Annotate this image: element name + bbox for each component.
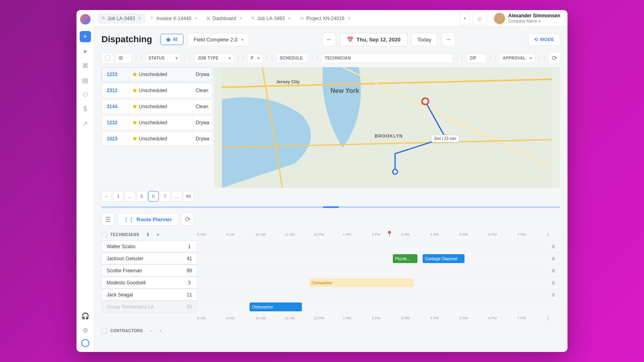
- people-icon[interactable]: ⚇: [80, 89, 91, 100]
- app-window: + ➤ ⌘ ▤ ⚇ $ ↗ 🎧 ⚙ ✎Job LA-3483×⚐Invoice …: [76, 10, 568, 352]
- technician-row[interactable]: Modesto Goodsell3Dishwasher0: [101, 276, 560, 288]
- technician-row[interactable]: Walter Szabo10: [101, 240, 560, 252]
- user-menu[interactable]: Alexander Simmonsen Company Name ▾: [490, 13, 564, 24]
- date-prev-button[interactable]: ←: [322, 33, 336, 46]
- date-next-button[interactable]: →: [442, 33, 455, 46]
- tab-icon: ⊞: [206, 16, 210, 21]
- split-handle[interactable]: [101, 206, 560, 208]
- schedule-event[interactable]: Garbage Disposal: [423, 254, 464, 263]
- schedule-event[interactable]: Plumb...: [393, 254, 417, 263]
- tab-1[interactable]: ⚐Invoice X-14440×: [146, 13, 202, 24]
- time-slot: 2 PM: [372, 316, 401, 320]
- topbar: ✎Job LA-3483×⚐Invoice X-14440×⊞Dashboard…: [94, 10, 568, 27]
- mode-button[interactable]: ⟲ MODE: [528, 33, 561, 46]
- job-type: Clean: [192, 88, 212, 93]
- tab-4[interactable]: ▭Project XN-24016×: [296, 13, 355, 24]
- tabs-more-button[interactable]: ▾: [460, 12, 470, 25]
- col-handle[interactable]: ⋮⋮: [537, 55, 547, 61]
- page-button[interactable]: 1: [113, 191, 124, 202]
- col-handle[interactable]: ⋮⋮: [134, 55, 143, 61]
- job-type: Drywa: [192, 72, 212, 77]
- page-button[interactable]: 7: [160, 191, 170, 202]
- col-handle[interactable]: ⋮⋮: [488, 55, 497, 61]
- row-end-count: [547, 301, 560, 313]
- sync-icon[interactable]: [81, 339, 89, 347]
- headset-icon[interactable]: 🎧: [80, 310, 91, 321]
- track[interactable]: Plumb...Garbage Disposal: [197, 253, 547, 264]
- filter-priority[interactable]: P▾: [247, 53, 263, 63]
- col-handle[interactable]: ⋮⋮: [455, 55, 464, 61]
- tab-0[interactable]: ✎Job LA-3483×: [97, 13, 145, 24]
- today-button[interactable]: Today: [411, 33, 438, 46]
- content-split: 1233UnscheduledDrywa2312UnscheduledClean…: [94, 66, 568, 188]
- track[interactable]: [197, 265, 547, 276]
- route-planner-button[interactable]: ⋮⋮ Route Planner: [118, 213, 178, 226]
- send-icon[interactable]: ➤: [80, 45, 91, 57]
- map-pane[interactable]: New York Jersey City BROOKLYN 5mi | 23 m…: [214, 67, 560, 188]
- job-row[interactable]: 1023UnscheduledDrywa: [101, 132, 212, 146]
- schedule-event[interactable]: Dishwasher: [309, 278, 414, 287]
- schedule-event[interactable]: Dishwasher: [250, 302, 302, 311]
- tab-close-button[interactable]: ×: [194, 15, 198, 21]
- clipboard-icon[interactable]: ▤: [80, 74, 91, 86]
- job-row[interactable]: 1232UnscheduledDrywa: [101, 115, 212, 130]
- job-status: Unscheduled: [129, 84, 192, 97]
- date-picker[interactable]: 📅 Thu, Sep 12, 2020: [340, 33, 407, 46]
- ai-button[interactable]: ◉ AI: [160, 34, 184, 45]
- planner-refresh-button[interactable]: ⟳: [181, 213, 194, 226]
- col-handle[interactable]: ⋮⋮: [265, 55, 275, 61]
- tab-close-button[interactable]: ×: [348, 15, 351, 21]
- page-button[interactable]: 5: [136, 191, 147, 202]
- technician-row[interactable]: Scottie Freeman990: [101, 264, 560, 276]
- view-select[interactable]: Field Complete 2.0▾: [188, 33, 250, 46]
- link-icon[interactable]: ⌘: [80, 60, 91, 71]
- reload-button[interactable]: ⟳: [548, 52, 560, 64]
- chart-icon[interactable]: ↗: [80, 118, 91, 129]
- track[interactable]: [197, 289, 547, 300]
- contractors-header[interactable]: CONTRACTORS - ›: [94, 324, 568, 337]
- technicians-header[interactable]: TECHNICIANS 5 ▾: [101, 232, 197, 237]
- filter-id[interactable]: ID: [115, 53, 132, 63]
- tab-close-button[interactable]: ×: [288, 15, 291, 21]
- job-row[interactable]: 3144UnscheduledClean: [101, 99, 212, 114]
- filter-status[interactable]: STATUS▾: [145, 53, 181, 63]
- list-view-button[interactable]: ☰: [101, 213, 114, 226]
- time-slot: 10 AM: [256, 316, 285, 320]
- select-all-checkbox[interactable]: [101, 52, 114, 64]
- tab-2[interactable]: ⊞Dashboard×: [202, 13, 246, 24]
- now-line: [389, 232, 390, 237]
- settings-icon[interactable]: ⚙: [80, 325, 91, 336]
- user-name: Alexander Simmonsen: [508, 13, 560, 19]
- tab-close-button[interactable]: ×: [239, 15, 243, 21]
- add-button[interactable]: +: [80, 31, 91, 42]
- dollar-icon[interactable]: $: [80, 103, 91, 115]
- filter-technician[interactable]: TECHNICIAN: [321, 53, 453, 63]
- row-end-count: 0: [547, 253, 560, 264]
- page-title: Dispatching: [101, 34, 152, 45]
- job-row[interactable]: 1233UnscheduledDrywa: [101, 67, 212, 82]
- search-button[interactable]: ⌕: [473, 12, 487, 25]
- col-handle[interactable]: ⋮⋮: [236, 55, 246, 61]
- technician-row[interactable]: Jack Seagal110: [101, 288, 560, 300]
- track[interactable]: [197, 241, 547, 252]
- col-handle[interactable]: ⋮⋮: [310, 55, 320, 61]
- filter-schedule[interactable]: SCHEDULE: [276, 53, 308, 63]
- job-row[interactable]: 2312UnscheduledClean: [101, 83, 212, 98]
- page-button[interactable]: 99: [183, 191, 194, 202]
- track[interactable]: Dishwasher: [197, 301, 547, 313]
- row-end-count: 0: [547, 265, 560, 276]
- page-button[interactable]: ...: [171, 191, 182, 202]
- filter-jobtype[interactable]: JOB TYPE▾: [194, 53, 234, 63]
- tab-icon: ⚐: [150, 16, 154, 21]
- col-handle[interactable]: ⋮⋮: [183, 55, 192, 61]
- tab-close-button[interactable]: ×: [138, 15, 141, 21]
- track[interactable]: Dishwasher: [197, 277, 547, 288]
- page-button[interactable]: 6: [148, 191, 159, 202]
- page-button[interactable]: ...: [125, 191, 135, 202]
- page-prev-button[interactable]: ←: [101, 191, 112, 202]
- tab-3[interactable]: ✎Job LA-3483×: [247, 13, 295, 24]
- technician-row[interactable]: Group Technicians LA99Dishwasher: [101, 300, 560, 313]
- filter-approval[interactable]: APPROVAL▾: [499, 53, 535, 63]
- technician-row[interactable]: Jackson Geissler41Plumb...Garbage Dispos…: [101, 252, 560, 264]
- filter-zip[interactable]: ZIP: [466, 53, 486, 63]
